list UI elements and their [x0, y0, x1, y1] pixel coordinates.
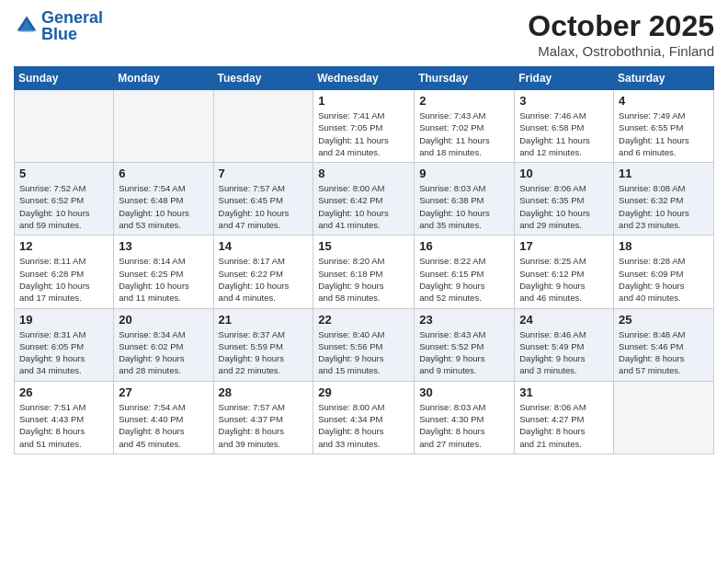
- calendar-day: 7Sunrise: 7:57 AMSunset: 6:45 PMDaylight…: [213, 163, 313, 236]
- col-header-monday: Monday: [114, 67, 213, 90]
- logo-icon: [14, 13, 40, 39]
- calendar-day: 22Sunrise: 8:40 AMSunset: 5:56 PMDayligh…: [313, 308, 415, 381]
- calendar-day: 17Sunrise: 8:25 AMSunset: 6:12 PMDayligh…: [515, 236, 614, 308]
- calendar-week-row: 26Sunrise: 7:51 AMSunset: 4:43 PMDayligh…: [15, 381, 714, 454]
- day-number: 9: [419, 167, 509, 180]
- day-info: Sunrise: 8:06 AMSunset: 4:27 PMDaylight:…: [519, 401, 609, 450]
- day-info: Sunrise: 7:57 AMSunset: 4:37 PMDaylight:…: [219, 401, 309, 450]
- day-number: 10: [519, 167, 609, 180]
- day-number: 16: [419, 239, 509, 253]
- col-header-friday: Friday: [515, 67, 614, 90]
- calendar-table: SundayMondayTuesdayWednesdayThursdayFrid…: [14, 66, 714, 454]
- calendar-day: 8Sunrise: 8:00 AMSunset: 6:42 PMDaylight…: [313, 163, 415, 236]
- day-info: Sunrise: 8:03 AMSunset: 6:38 PMDaylight:…: [419, 182, 509, 231]
- month-title: October 2025: [528, 9, 714, 43]
- calendar-day: 30Sunrise: 8:03 AMSunset: 4:30 PMDayligh…: [415, 381, 515, 454]
- header: General Blue October 2025 Malax, Ostrobo…: [14, 9, 714, 59]
- day-info: Sunrise: 7:54 AMSunset: 6:48 PMDaylight:…: [119, 182, 208, 231]
- day-number: 22: [318, 313, 409, 327]
- day-number: 17: [519, 239, 609, 253]
- day-info: Sunrise: 8:11 AMSunset: 6:28 PMDaylight:…: [19, 255, 108, 304]
- day-info: Sunrise: 7:51 AMSunset: 4:43 PMDaylight:…: [19, 401, 108, 450]
- day-number: 19: [19, 313, 108, 327]
- day-info: Sunrise: 8:40 AMSunset: 5:56 PMDaylight:…: [318, 328, 409, 377]
- calendar-day: [15, 90, 114, 163]
- day-info: Sunrise: 8:28 AMSunset: 6:09 PMDaylight:…: [619, 255, 709, 304]
- day-number: 12: [19, 239, 108, 253]
- calendar-day: [614, 381, 714, 454]
- day-info: Sunrise: 8:20 AMSunset: 6:18 PMDaylight:…: [318, 255, 409, 304]
- calendar-day: 10Sunrise: 8:06 AMSunset: 6:35 PMDayligh…: [515, 163, 614, 236]
- calendar-day: 11Sunrise: 8:08 AMSunset: 6:32 PMDayligh…: [614, 163, 714, 236]
- col-header-sunday: Sunday: [15, 67, 114, 90]
- day-info: Sunrise: 8:00 AMSunset: 6:42 PMDaylight:…: [318, 182, 409, 231]
- day-info: Sunrise: 8:37 AMSunset: 5:59 PMDaylight:…: [219, 328, 309, 377]
- calendar-day: 1Sunrise: 7:41 AMSunset: 7:05 PMDaylight…: [313, 90, 415, 163]
- calendar-day: 4Sunrise: 7:49 AMSunset: 6:55 PMDaylight…: [614, 90, 714, 163]
- calendar-day: 15Sunrise: 8:20 AMSunset: 6:18 PMDayligh…: [313, 236, 415, 308]
- day-info: Sunrise: 8:48 AMSunset: 5:46 PMDaylight:…: [619, 328, 709, 377]
- calendar-week-row: 1Sunrise: 7:41 AMSunset: 7:05 PMDaylight…: [15, 90, 714, 163]
- logo-blue: Blue: [41, 25, 77, 43]
- day-info: Sunrise: 8:43 AMSunset: 5:52 PMDaylight:…: [419, 328, 509, 377]
- day-info: Sunrise: 8:46 AMSunset: 5:49 PMDaylight:…: [519, 328, 609, 377]
- calendar-day: 23Sunrise: 8:43 AMSunset: 5:52 PMDayligh…: [415, 308, 515, 381]
- day-info: Sunrise: 8:08 AMSunset: 6:32 PMDaylight:…: [619, 182, 709, 231]
- day-number: 21: [219, 313, 309, 327]
- day-info: Sunrise: 7:41 AMSunset: 7:05 PMDaylight:…: [318, 109, 409, 158]
- calendar-week-row: 12Sunrise: 8:11 AMSunset: 6:28 PMDayligh…: [15, 236, 714, 308]
- calendar-day: 6Sunrise: 7:54 AMSunset: 6:48 PMDaylight…: [114, 163, 213, 236]
- calendar-day: 31Sunrise: 8:06 AMSunset: 4:27 PMDayligh…: [515, 381, 614, 454]
- day-number: 6: [119, 167, 208, 180]
- day-number: 3: [519, 94, 609, 108]
- calendar-day: 12Sunrise: 8:11 AMSunset: 6:28 PMDayligh…: [15, 236, 114, 308]
- calendar-week-row: 19Sunrise: 8:31 AMSunset: 6:05 PMDayligh…: [15, 308, 714, 381]
- calendar-day: 3Sunrise: 7:46 AMSunset: 6:58 PMDaylight…: [515, 90, 614, 163]
- day-number: 11: [619, 167, 709, 180]
- calendar-day: 20Sunrise: 8:34 AMSunset: 6:02 PMDayligh…: [114, 308, 213, 381]
- day-number: 26: [19, 385, 108, 399]
- calendar-day: 9Sunrise: 8:03 AMSunset: 6:38 PMDaylight…: [415, 163, 515, 236]
- calendar-day: 24Sunrise: 8:46 AMSunset: 5:49 PMDayligh…: [515, 308, 614, 381]
- calendar-header-row: SundayMondayTuesdayWednesdayThursdayFrid…: [15, 67, 714, 90]
- calendar-day: [114, 90, 213, 163]
- col-header-tuesday: Tuesday: [213, 67, 313, 90]
- calendar-day: 18Sunrise: 8:28 AMSunset: 6:09 PMDayligh…: [614, 236, 714, 308]
- logo-general: General: [41, 8, 103, 27]
- day-number: 28: [219, 385, 309, 399]
- day-number: 1: [318, 94, 409, 108]
- logo-text: General Blue: [41, 9, 103, 42]
- day-number: 29: [318, 385, 409, 399]
- day-number: 23: [419, 313, 509, 327]
- day-info: Sunrise: 8:06 AMSunset: 6:35 PMDaylight:…: [519, 182, 609, 231]
- day-info: Sunrise: 8:22 AMSunset: 6:15 PMDaylight:…: [419, 255, 509, 304]
- calendar-week-row: 5Sunrise: 7:52 AMSunset: 6:52 PMDaylight…: [15, 163, 714, 236]
- calendar-day: 27Sunrise: 7:54 AMSunset: 4:40 PMDayligh…: [114, 381, 213, 454]
- col-header-saturday: Saturday: [614, 67, 714, 90]
- day-info: Sunrise: 8:34 AMSunset: 6:02 PMDaylight:…: [119, 328, 208, 377]
- day-info: Sunrise: 7:52 AMSunset: 6:52 PMDaylight:…: [19, 182, 108, 231]
- calendar-day: 5Sunrise: 7:52 AMSunset: 6:52 PMDaylight…: [15, 163, 114, 236]
- day-number: 5: [19, 167, 108, 180]
- day-info: Sunrise: 8:25 AMSunset: 6:12 PMDaylight:…: [519, 255, 609, 304]
- calendar-day: 26Sunrise: 7:51 AMSunset: 4:43 PMDayligh…: [15, 381, 114, 454]
- day-number: 4: [619, 94, 709, 108]
- day-info: Sunrise: 7:54 AMSunset: 4:40 PMDaylight:…: [119, 401, 208, 450]
- day-number: 14: [219, 239, 309, 253]
- day-number: 31: [519, 385, 609, 399]
- calendar-day: 19Sunrise: 8:31 AMSunset: 6:05 PMDayligh…: [15, 308, 114, 381]
- day-number: 7: [219, 167, 309, 180]
- calendar-day: 25Sunrise: 8:48 AMSunset: 5:46 PMDayligh…: [614, 308, 714, 381]
- col-header-thursday: Thursday: [415, 67, 515, 90]
- day-info: Sunrise: 8:17 AMSunset: 6:22 PMDaylight:…: [219, 255, 309, 304]
- day-info: Sunrise: 7:43 AMSunset: 7:02 PMDaylight:…: [419, 109, 509, 158]
- day-number: 8: [318, 167, 409, 180]
- calendar-day: 21Sunrise: 8:37 AMSunset: 5:59 PMDayligh…: [213, 308, 313, 381]
- calendar-day: 13Sunrise: 8:14 AMSunset: 6:25 PMDayligh…: [114, 236, 213, 308]
- col-header-wednesday: Wednesday: [313, 67, 415, 90]
- day-info: Sunrise: 7:49 AMSunset: 6:55 PMDaylight:…: [619, 109, 709, 158]
- day-number: 30: [419, 385, 509, 399]
- day-number: 18: [619, 239, 709, 253]
- day-info: Sunrise: 8:31 AMSunset: 6:05 PMDaylight:…: [19, 328, 108, 377]
- day-info: Sunrise: 8:00 AMSunset: 4:34 PMDaylight:…: [318, 401, 409, 450]
